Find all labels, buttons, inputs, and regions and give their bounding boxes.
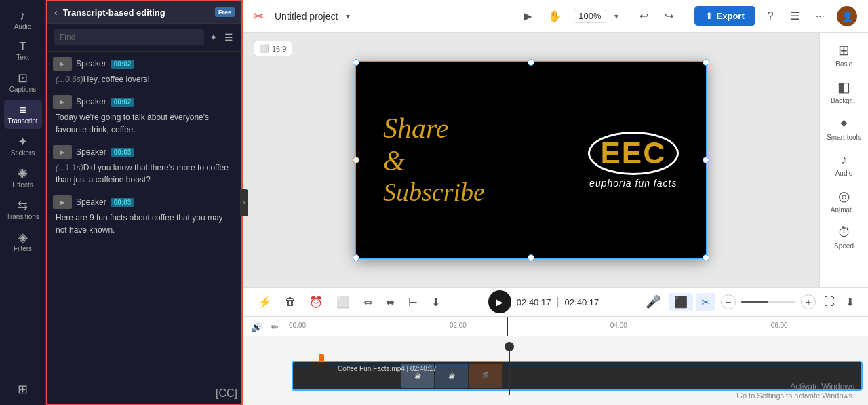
playhead-ruler-line <box>507 317 508 336</box>
canvas-frame[interactable]: Share & Subscribe EEC euphoria fun facts <box>355 61 707 259</box>
ratio-value: 16:9 <box>272 45 286 53</box>
segment-1-time: 00:02 <box>111 60 135 69</box>
background-label: Backgr... <box>831 97 857 104</box>
right-panel: ⊞ Basic ◧ Backgr... ✦ Smart tools ♪ Audi… <box>819 33 868 287</box>
sidebar-label-transcript: Transcript <box>7 117 37 125</box>
ruler-mark-2: 04:00 <box>610 322 627 329</box>
zoom-bar-fill <box>741 301 768 303</box>
sidebar-label-effects: Effects <box>12 181 33 189</box>
fullscreen-btn[interactable]: ⛶ <box>821 293 837 311</box>
activate-windows-notice: Activate Windows Go to Settings to activ… <box>736 382 854 400</box>
segment-3-text[interactable]: (...1.1s)Did you know that there's more … <box>53 161 236 186</box>
segment-1-header: ▶ Speaker 00:02 <box>53 57 236 71</box>
sidebar-item-filters[interactable]: ◈ Filters <box>4 227 42 256</box>
segment-4-thumb: ▶ <box>53 195 72 209</box>
export-button[interactable]: ⬆ Export <box>694 6 755 26</box>
timer-btn[interactable]: ⏰ <box>305 293 327 311</box>
timeline-clip-btn[interactable]: ⬛ <box>669 293 693 311</box>
subscribe-text: Subscribe <box>383 177 485 207</box>
segment-1-text[interactable]: (...0.6s)Hey, coffee lovers! <box>53 73 236 85</box>
euphoria-text: euphoria fun facts <box>589 178 677 189</box>
background-icon: ◧ <box>837 79 850 95</box>
canvas-content: Share & Subscribe EEC euphoria fun facts <box>356 62 706 258</box>
segment-3-speaker: Speaker <box>76 147 106 157</box>
eec-circle: EEC <box>588 132 679 175</box>
zoom-in-btn[interactable]: + <box>801 294 816 309</box>
segment-2: ▶ Speaker 00:02 Today we're going to tal… <box>53 95 236 136</box>
time-current: 02:40:17 <box>517 297 551 307</box>
transcript-footer: [CC] <box>47 383 241 404</box>
zoom-chevron[interactable]: ▾ <box>614 12 618 21</box>
microphone-button[interactable]: 🎤 <box>643 292 663 312</box>
crop-btn[interactable]: ⬜ <box>332 293 354 311</box>
zoom-level[interactable]: 100% <box>574 9 606 23</box>
align-btn[interactable]: ⬌ <box>382 293 399 311</box>
sidebar-item-transitions[interactable]: ⇆ Transitions <box>4 195 42 225</box>
left-text-group: Share & Subscribe <box>383 113 485 206</box>
pan-btn[interactable]: ✋ <box>544 7 566 25</box>
menu-icon-btn[interactable]: ☰ <box>223 31 235 44</box>
back-button[interactable]: ‹ <box>54 7 58 18</box>
segment-4-header: ▶ Speaker 00:03 <box>53 195 236 209</box>
segment-4-text[interactable]: Here are 9 fun facts about coffee that y… <box>53 212 236 236</box>
download-btn[interactable]: ⬇ <box>427 293 444 311</box>
segment-3-timestamp: (...1.1s) <box>56 163 83 172</box>
right-panel-smart[interactable]: ✦ Smart tools <box>824 111 865 145</box>
segment-1-speaker: Speaker <box>76 59 106 69</box>
editor-toolbar: ⚡ 🗑 ⏰ ⬜ ⇔ ⬌ ⊢ ⬇ ▶ 02:40:17 | 02:40:17 🎤 … <box>243 287 868 317</box>
right-panel-speed[interactable]: ⏱ Speed <box>824 220 865 254</box>
export-label: Export <box>717 11 745 21</box>
project-name[interactable]: Untitled project <box>275 11 338 22</box>
sidebar-item-more[interactable]: ⊞ <box>4 379 42 400</box>
segment-2-text[interactable]: Today we're going to talk about everyone… <box>53 111 236 136</box>
right-panel-audio[interactable]: ♪ Audio <box>824 148 865 181</box>
magic-icon-btn[interactable]: ✦ <box>208 31 219 44</box>
help-button[interactable]: ? <box>764 7 778 25</box>
transcript-title: Transcript-based editing <box>63 7 210 18</box>
ruler-vol-btn[interactable]: 🔊 <box>248 320 265 334</box>
transcript-search-input[interactable] <box>54 29 204 45</box>
trim-btn[interactable]: ⊢ <box>404 293 422 311</box>
sidebar-label-transitions: Transitions <box>6 213 39 220</box>
animate-icon: ◎ <box>838 188 850 204</box>
sidebar-item-stickers[interactable]: ✦ Stickers <box>4 132 42 161</box>
timeline-more-btn[interactable]: ⬇ <box>843 293 857 311</box>
right-panel-animate[interactable]: ◎ Animat... <box>824 184 865 218</box>
user-avatar[interactable]: 👤 <box>837 6 857 26</box>
split-btn[interactable]: ⚡ <box>254 293 275 311</box>
track-label: Coffee Fun Facts.mp4 | 02:40:17 <box>334 362 441 375</box>
ruler-edit-btn[interactable]: ✏ <box>268 320 281 334</box>
animate-label: Animat... <box>831 206 857 214</box>
play-mode-btn[interactable]: ▶ <box>519 7 536 25</box>
right-panel-basic[interactable]: ⊞ Basic <box>824 38 865 72</box>
sidebar-item-effects[interactable]: ✺ Effects <box>4 163 42 193</box>
segment-2-time: 00:02 <box>111 98 135 107</box>
sidebar-item-transcript[interactable]: ≡ Transcript <box>4 100 42 129</box>
timeline-split-btn[interactable]: ✂ <box>696 293 715 311</box>
audio-icon: ♪ <box>20 9 26 22</box>
cc-button[interactable]: [CC] <box>216 387 237 399</box>
layout-button[interactable]: ☰ <box>786 7 804 25</box>
more-button[interactable]: ··· <box>812 7 829 25</box>
segment-3-thumb: ▶ <box>53 145 72 159</box>
export-icon: ⬆ <box>705 11 713 21</box>
right-panel-background[interactable]: ◧ Backgr... <box>824 75 865 109</box>
sidebar-item-text[interactable]: T Text <box>4 37 42 65</box>
sidebar-label-stickers: Stickers <box>11 149 35 157</box>
transcript-panel: ‹ Transcript-based editing Free ✦ ☰ ▶ Sp… <box>46 0 243 405</box>
zoom-out-btn[interactable]: − <box>721 294 736 309</box>
project-chevron[interactable]: ▾ <box>346 12 350 21</box>
flip-btn[interactable]: ⇔ <box>359 293 376 311</box>
sidebar-item-captions[interactable]: ⊡ Captions <box>4 68 42 97</box>
redo-button[interactable]: ↪ <box>660 7 677 25</box>
sidebar-item-audio[interactable]: ♪ Audio <box>4 5 42 35</box>
stickers-icon: ✦ <box>18 136 28 148</box>
play-button[interactable]: ▶ <box>488 290 511 313</box>
collapse-handle[interactable]: › <box>240 189 248 216</box>
delete-btn[interactable]: 🗑 <box>281 293 300 311</box>
tools-sidebar: ♪ Audio T Text ⊡ Captions ≡ Transcript ✦… <box>0 0 46 405</box>
grid-icon: ⊞ <box>18 383 28 396</box>
undo-button[interactable]: ↩ <box>635 7 652 25</box>
audio-right-label: Audio <box>835 170 853 177</box>
segment-2-thumb: ▶ <box>53 95 72 109</box>
